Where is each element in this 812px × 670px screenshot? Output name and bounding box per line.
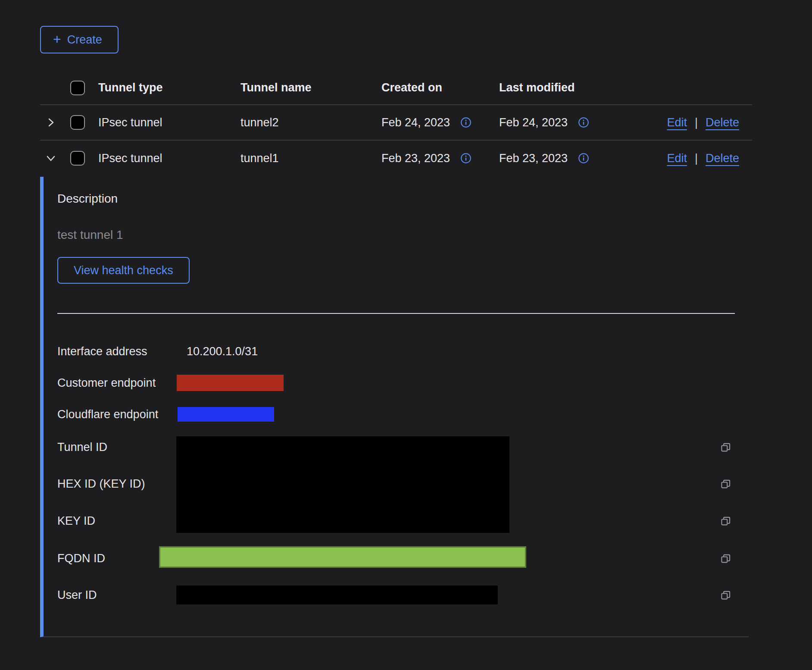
copy-tunnel-id-button[interactable] [719,441,731,453]
create-button-label: Create [67,33,102,47]
customer-endpoint-redaction [177,375,284,391]
copy-key-id-button[interactable] [719,515,731,527]
cloudflare-endpoint-label: Cloudflare endpoint [57,407,158,422]
delete-link[interactable]: Delete [706,116,739,129]
created-on-value: Feb 23, 2023 [381,152,450,165]
fqdn-id-label: FQDN ID [57,551,105,566]
tunnel-name-cell: tunnel2 [240,116,381,129]
description-label: Description [57,192,118,206]
table-row-tunnel1: IPsec tunnel tunnel1 Feb 23, 2023 Feb 23… [40,141,752,176]
cloudflare-endpoint-redaction [178,407,274,422]
customer-endpoint-label: Customer endpoint [57,375,156,391]
tunnel-type-cell: IPsec tunnel [98,116,240,129]
copy-icon [719,589,731,601]
table-row-tunnel2: IPsec tunnel tunnel2 Feb 24, 2023 Feb 24… [40,105,752,141]
info-icon[interactable] [460,117,472,128]
fqdn-id-redaction [159,546,526,568]
last-modified-value: Feb 23, 2023 [499,152,568,165]
expand-row-button[interactable] [40,116,57,129]
expanded-tunnel-details: Description test tunnel 1 View health ch… [40,177,749,637]
copy-icon [719,478,731,490]
created-on-value: Feb 24, 2023 [381,116,450,129]
chevron-right-icon [44,116,57,129]
info-icon[interactable] [460,153,472,164]
copy-hex-id-button[interactable] [719,478,731,490]
description-value: test tunnel 1 [57,228,123,242]
copy-fqdn-id-button[interactable] [719,552,731,564]
header-created-on: Created on [381,81,499,94]
action-separator: | [695,152,698,165]
key-id-label: KEY ID [57,513,95,529]
row-checkbox[interactable] [70,151,85,166]
row-checkbox[interactable] [70,115,85,130]
tunnels-table: Tunnel type Tunnel name Created on Last … [40,71,752,176]
copy-user-id-button[interactable] [719,589,731,601]
create-button[interactable]: + Create [40,26,119,53]
last-modified-value: Feb 24, 2023 [499,116,568,129]
plus-icon: + [53,32,61,46]
copy-icon [719,441,731,453]
edit-link[interactable]: Edit [667,152,687,165]
edit-link[interactable]: Edit [667,116,687,129]
delete-link[interactable]: Delete [706,152,739,165]
header-last-modified: Last modified [499,81,624,94]
tunnel-id-label: Tunnel ID [57,439,107,455]
collapse-row-button[interactable] [40,152,57,165]
hex-id-label: HEX ID (KEY ID) [57,476,145,492]
table-header-row: Tunnel type Tunnel name Created on Last … [40,71,752,105]
tunnel-ids-redaction [176,436,509,533]
header-tunnel-type: Tunnel type [98,81,240,94]
copy-icon [719,515,731,527]
info-icon[interactable] [578,153,589,164]
section-divider [57,313,735,314]
action-separator: | [695,116,698,129]
info-icon[interactable] [578,117,589,128]
user-id-label: User ID [57,587,97,603]
interface-address-value: 10.200.1.0/31 [187,344,258,359]
tunnel-name-cell: tunnel1 [240,152,381,165]
header-tunnel-name: Tunnel name [240,81,381,94]
tunnel-type-cell: IPsec tunnel [98,152,240,165]
view-health-checks-button[interactable]: View health checks [57,257,190,284]
copy-icon [719,552,731,564]
chevron-down-icon [44,152,57,165]
select-all-checkbox[interactable] [70,81,85,95]
interface-address-label: Interface address [57,344,147,359]
user-id-redaction [176,585,498,604]
